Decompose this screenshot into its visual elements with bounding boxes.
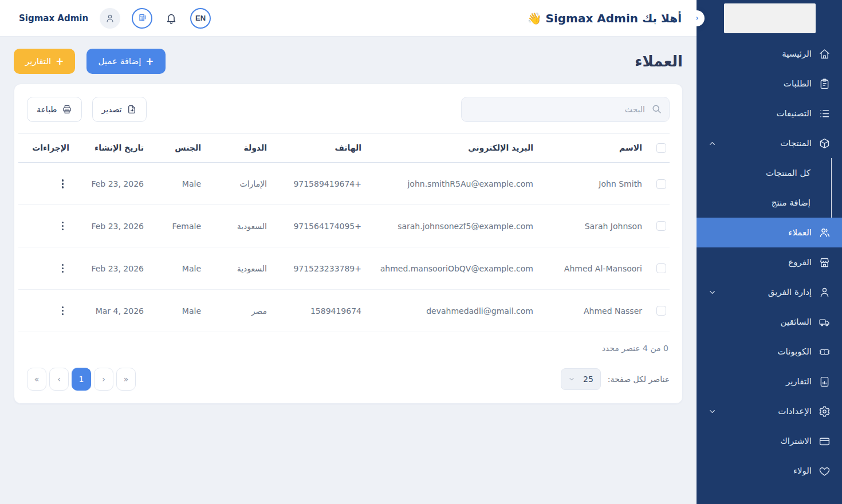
sidebar-item-branches[interactable]: الفروع [697,247,842,277]
next-page-button[interactable]: › [49,368,69,391]
export-button[interactable]: تصدير [92,97,147,122]
chevron-down-icon [708,288,717,297]
sidebar-item-home[interactable]: الرئيسية [697,39,842,69]
header-actions: الإجراءات [18,134,73,163]
cell-name: Ahmed Nasser [537,290,646,332]
table-row: Sarah Johnson sarah.johnsonezf5@example.… [18,205,670,247]
sidebar-item-drivers[interactable]: السائقين [697,307,842,337]
header-created: تاريخ الإنشاء [73,134,147,163]
sidebar-item-reports[interactable]: التقارير [697,367,842,396]
plus-icon: + [145,57,154,66]
cell-name: John Smith [537,163,646,205]
sidebar: الرئيسية الطلبات التصنيفات المنتجات [697,0,842,504]
sidebar-item-label: إدارة الفريق [768,287,812,297]
sidebar-item-label: السائقين [781,317,812,327]
row-checkbox[interactable] [656,179,666,189]
cell-created: Feb 23, 2026 [73,163,147,205]
user-icon [105,13,115,23]
brand-name: Sigmax Admin [19,13,88,23]
chevron-up-icon [708,139,717,148]
sidebar-item-label: التقارير [786,376,812,387]
row-checkbox[interactable] [656,221,666,231]
card-footer: عناصر لكل صفحة: 25 « ‹ 1 › » [27,368,670,391]
sidebar-item-label: الكوبونات [777,346,812,357]
sidebar-item-team[interactable]: إدارة الفريق [697,277,842,307]
notifications-button[interactable] [164,11,179,26]
cell-phone: +971523233789 [270,247,365,290]
cell-country: الإمارات [204,163,270,205]
main-area: أهلا بك Sigmax Admin 👋 EN Sigmax Admin [0,0,697,504]
row-checkbox[interactable] [656,263,666,273]
add-customer-button[interactable]: + إضافة عميل [86,49,165,74]
table-header-row: الاسم البريد الإلكتروني الهاتف الدولة ال… [18,134,670,163]
truck-icon [819,316,831,328]
row-checkbox[interactable] [656,306,666,316]
sidebar-item-label: التصنيفات [776,108,812,119]
sidebar-item-label: الطلبات [784,78,812,89]
products-submenu: كل المنتجات إضافة منتج [697,158,832,218]
pagination: « ‹ 1 › » [27,368,136,391]
heart-icon [819,465,831,477]
sidebar-item-add-product[interactable]: إضافة منتج [697,188,831,218]
cell-phone: 1589419674 [270,290,365,332]
row-actions-menu-button[interactable] [56,260,70,277]
row-actions-menu-button[interactable] [56,302,70,319]
table-row: Ahmed Nasser devahmedadli@gmail.com 1589… [18,290,670,332]
cell-gender: Female [147,205,204,247]
pos-terminal-button[interactable] [132,8,152,29]
sidebar-item-all-products[interactable]: كل المنتجات [697,158,831,188]
last-page-button[interactable]: » [27,368,46,391]
list-icon [819,108,831,120]
page-1-button[interactable]: 1 [72,368,91,391]
ticket-icon [819,346,831,358]
select-all-checkbox[interactable] [656,143,666,153]
first-page-button[interactable]: « [116,368,136,391]
sidebar-item-coupons[interactable]: الكوبونات [697,337,842,367]
per-page-label: عناصر لكل صفحة: [608,375,670,384]
sidebar-item-products[interactable]: المنتجات [697,128,842,158]
table-row: Ahmed Al-Mansoori ahmed.mansooriObQV@exa… [18,247,670,290]
printer-icon [62,104,72,115]
report-icon [819,376,831,388]
credit-card-icon [819,435,831,447]
user-avatar[interactable] [100,8,120,29]
reports-button[interactable]: + التقارير [14,49,75,74]
sidebar-item-loyalty[interactable]: الولاء [697,456,842,486]
cell-gender: Male [147,290,204,332]
add-customer-label: إضافة عميل [98,56,141,66]
page-content: العملاء + إضافة عميل + التقارير [0,37,697,504]
header-country: الدولة [204,134,270,163]
sidebar-item-orders[interactable]: الطلبات [697,69,842,99]
search-input[interactable] [461,97,670,122]
person-icon [819,286,831,298]
page-title: العملاء [635,53,683,70]
sidebar-item-label: العملاء [788,227,812,238]
users-icon [819,227,831,239]
clipboard-icon [819,78,831,90]
cell-created: Mar 4, 2026 [73,290,147,332]
customers-table: الاسم البريد الإلكتروني الهاتف الدولة ال… [18,133,670,332]
cell-email: john.smithR5Au@example.com [365,163,537,205]
per-page-value: 25 [583,375,593,384]
chevron-down-icon [708,407,717,416]
per-page-select[interactable]: 25 [561,368,601,390]
welcome-message: أهلا بك Sigmax Admin 👋 [528,11,682,25]
sidebar-item-categories[interactable]: التصنيفات [697,99,842,128]
row-actions-menu-button[interactable] [56,176,70,192]
prev-page-button[interactable]: ‹ [94,368,113,391]
language-button[interactable]: EN [190,8,211,29]
export-icon [127,104,137,115]
sidebar-item-customers[interactable]: العملاء [697,218,842,247]
sidebar-item-subscription[interactable]: الاشتراك [697,426,842,456]
chevron-down-icon [568,376,575,383]
row-actions-menu-button[interactable] [56,218,70,234]
cell-email: ahmed.mansooriObQV@example.com [365,247,537,290]
sidebar-item-settings[interactable]: الإعدادات [697,396,842,426]
cell-gender: Male [147,163,204,205]
sidebar-nav: الرئيسية الطلبات التصنيفات المنتجات [697,39,842,504]
cell-country: السعودية [204,205,270,247]
sidebar-item-label: الفروع [788,257,812,267]
print-button[interactable]: طباعة [27,97,82,122]
logo-placeholder [724,3,816,33]
customers-card: تصدير طباعة الاسم الب [14,84,683,404]
